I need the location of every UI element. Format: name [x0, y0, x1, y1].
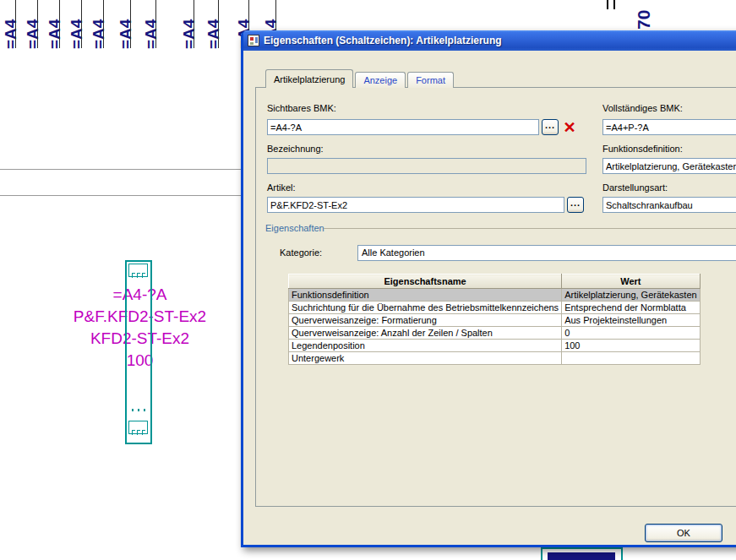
vollstaendiges-bmk-label: Vollständiges BMK: [602, 103, 683, 113]
table-row[interactable]: Querverweisanzeige: Formatierung Aus Pro… [289, 314, 701, 327]
page-number-label: 70 [634, 0, 654, 30]
terminal-dots [132, 409, 145, 411]
bezeichnung-label: Bezeichnung: [267, 144, 324, 154]
schematic-column-line [218, 0, 219, 48]
bottom-device-symbol [541, 547, 623, 560]
table-header-row: Eigenschaftsname Wert [289, 275, 701, 289]
property-name-cell[interactable]: Funktionsdefinition [289, 289, 562, 302]
schematic-column-label: =A4 [205, 0, 222, 47]
schematic-column-label: =A4 [90, 0, 107, 47]
schematic-column-label: =A4 [143, 0, 160, 47]
schematic-column-line [15, 0, 16, 48]
schematic-column-line [155, 0, 156, 48]
schematic-column-label: =A4 [3, 0, 19, 47]
bezeichnung-input[interactable] [267, 158, 586, 174]
sichtbares-bmk-label: Sichtbares BMK: [267, 103, 336, 113]
table-row[interactable]: Untergewerk [289, 352, 701, 365]
terminal-marks-bottom [128, 421, 148, 434]
schematic-column-label: =A4 [181, 0, 198, 47]
schematic-column-label: =A4 [25, 0, 41, 47]
property-name-cell[interactable]: Untergewerk [289, 352, 562, 365]
device-symbol[interactable] [125, 260, 152, 444]
properties-dialog: Eigenschaften (Schaltzeichen): Artikelpl… [241, 30, 736, 547]
funktionsdefinition-label: Funktionsdefinition: [602, 144, 683, 154]
artikel-label: Artikel: [267, 182, 296, 193]
schematic-column-line [37, 0, 38, 48]
tabstrip: Artikelplatzierung Anzeige Format [265, 69, 455, 88]
dialog-icon [248, 35, 259, 46]
property-value-cell[interactable]: Entsprechend der Normblatta [562, 302, 701, 314]
schematic-column-line [103, 0, 104, 48]
property-name-cell[interactable]: Querverweisanzeige: Anzahl der Zeilen / … [289, 327, 562, 340]
schematic-line [613, 0, 615, 9]
property-value-cell[interactable]: 0 [562, 327, 701, 340]
schematic-line [0, 195, 242, 196]
funktionsdefinition-input[interactable] [602, 158, 736, 174]
terminal-marks-top [128, 264, 148, 277]
sichtbares-bmk-input[interactable] [267, 119, 539, 135]
darstellungsart-label: Darstellungsart: [602, 182, 668, 193]
kategorie-select[interactable]: Alle Kategorien [357, 245, 736, 261]
schematic-column-line [130, 0, 131, 48]
property-name-cell[interactable]: Suchrichtung für die Übernahme des Betri… [289, 302, 562, 314]
browse-artikel-button[interactable]: ... [567, 197, 584, 213]
schematic-column-line [81, 0, 82, 48]
section-title: Eigenschaften [265, 223, 324, 233]
dialog-titlebar[interactable]: Eigenschaften (Schaltzeichen): Artikelpl… [243, 30, 736, 51]
delete-bmk-button[interactable]: ✕ [560, 118, 579, 136]
dialog-title: Eigenschaften (Schaltzeichen): Artikelpl… [264, 35, 502, 46]
table-row[interactable]: Legendenposition 100 [289, 340, 701, 352]
page: =A4 =A4 =A4 =A4 =A4 =A4 =A4 =A4 =A4 =A4 … [0, 0, 736, 560]
property-value-cell[interactable] [562, 352, 701, 365]
ok-button[interactable]: OK [645, 524, 722, 542]
schematic-line [607, 0, 608, 9]
darstellungsart-input[interactable] [602, 197, 736, 213]
tab-format[interactable]: Format [407, 72, 454, 88]
property-value-cell[interactable]: 100 [562, 340, 701, 352]
schematic-column-line [59, 0, 60, 48]
property-value-cell[interactable]: Aus Projekteinstellungen [562, 314, 701, 327]
schematic-column-label: =A4 [68, 0, 85, 47]
tab-anzeige[interactable]: Anzeige [355, 72, 406, 88]
tab-panel: Sichtbares BMK: ... ✕ Vollständiges BMK:… [255, 87, 736, 507]
table-row[interactable]: Funktionsdefinition Artikelplatzierung, … [289, 289, 701, 302]
bottom-device-bar [548, 552, 615, 560]
column-header-eigenschaftsname[interactable]: Eigenschaftsname [289, 275, 562, 289]
schematic-column-label: =A4 [46, 0, 63, 47]
property-value-cell[interactable]: Artikelplatzierung, Gerätekasten [562, 289, 701, 302]
section-divider [324, 228, 736, 229]
schematic-line [0, 169, 242, 170]
artikel-input[interactable] [267, 197, 564, 213]
kategorie-label: Kategorie: [280, 247, 322, 258]
browse-bmk-button[interactable]: ... [542, 119, 559, 135]
property-name-cell[interactable]: Querverweisanzeige: Formatierung [289, 314, 562, 327]
property-name-cell[interactable]: Legendenposition [289, 340, 562, 352]
schematic-column-line [194, 0, 194, 48]
table-row[interactable]: Suchrichtung für die Übernahme des Betri… [289, 302, 701, 314]
vollstaendiges-bmk-input[interactable] [602, 119, 736, 135]
tab-artikelplatzierung[interactable]: Artikelplatzierung [265, 69, 353, 88]
schematic-column-label: =A4 [117, 0, 134, 47]
properties-table: Eigenschaftsname Wert Funktionsdefinitio… [288, 274, 701, 365]
column-header-wert[interactable]: Wert [562, 275, 701, 289]
table-row[interactable]: Querverweisanzeige: Anzahl der Zeilen / … [289, 327, 701, 340]
